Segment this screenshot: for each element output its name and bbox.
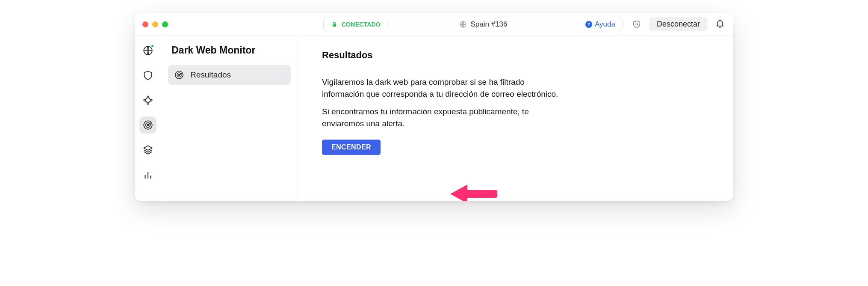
radar-icon	[142, 119, 154, 131]
svg-rect-0	[333, 24, 336, 27]
sidebar-item-label: Resultados	[190, 70, 231, 80]
rail-item-shield[interactable]	[139, 67, 156, 84]
minimize-window-button[interactable]	[152, 21, 158, 27]
server-indicator[interactable]: Spain #136	[388, 20, 578, 29]
turn-on-label: ENCENDER	[331, 143, 371, 151]
svg-point-6	[147, 96, 148, 98]
description-paragraph-2: Si encontramos tu información expuesta p…	[322, 106, 561, 129]
page-heading: Resultados	[322, 50, 733, 61]
connection-status-label: CONECTADO	[342, 21, 381, 28]
svg-point-8	[147, 102, 148, 104]
notifications-button[interactable]	[715, 20, 725, 29]
window-controls	[142, 21, 168, 27]
description-paragraph-1: Vigilaremos la dark web para comprobar s…	[322, 76, 561, 100]
sidebar-item-results[interactable]: Resultados	[168, 65, 291, 85]
layers-icon	[142, 144, 154, 155]
svg-point-7	[150, 99, 152, 101]
connection-status-bar: CONECTADO Spain #136 ? Ayuda	[323, 17, 623, 32]
svg-rect-3	[637, 23, 638, 26]
main-content: Resultados Vigilaremos la dark web para …	[298, 36, 733, 201]
globe-icon	[459, 21, 467, 28]
server-label: Spain #136	[470, 20, 507, 29]
rail-item-globe[interactable]	[139, 42, 156, 59]
protection-shield-button[interactable]	[632, 20, 641, 29]
radar-icon	[174, 70, 184, 80]
bar-chart-icon	[142, 169, 154, 180]
connection-status: CONECTADO	[324, 21, 388, 28]
rail-item-stats[interactable]	[139, 166, 156, 183]
rail-item-mesh[interactable]	[139, 92, 156, 109]
rail-item-layers[interactable]	[139, 141, 156, 158]
close-window-button[interactable]	[142, 21, 148, 27]
svg-point-5	[144, 99, 145, 101]
lock-icon	[331, 21, 337, 28]
mesh-icon	[142, 95, 154, 106]
titlebar: CONECTADO Spain #136 ? Ayuda	[135, 13, 733, 36]
question-icon: ?	[585, 21, 592, 28]
disconnect-label: Desconectar	[657, 20, 700, 28]
sidebar: Dark Web Monitor Resultados	[161, 36, 298, 201]
nav-rail	[135, 36, 161, 201]
app-window: CONECTADO Spain #136 ? Ayuda	[135, 13, 733, 201]
turn-on-button[interactable]: ENCENDER	[322, 140, 381, 155]
maximize-window-button[interactable]	[162, 21, 168, 27]
svg-rect-2	[636, 23, 637, 26]
shield-icon	[142, 70, 154, 81]
disconnect-button[interactable]: Desconectar	[649, 17, 708, 31]
help-button[interactable]: ? Ayuda	[578, 20, 622, 29]
rail-item-dark-web-monitor[interactable]	[139, 116, 156, 134]
sidebar-title: Dark Web Monitor	[168, 45, 291, 56]
globe-connected-icon	[142, 45, 154, 56]
help-label: Ayuda	[595, 20, 615, 29]
